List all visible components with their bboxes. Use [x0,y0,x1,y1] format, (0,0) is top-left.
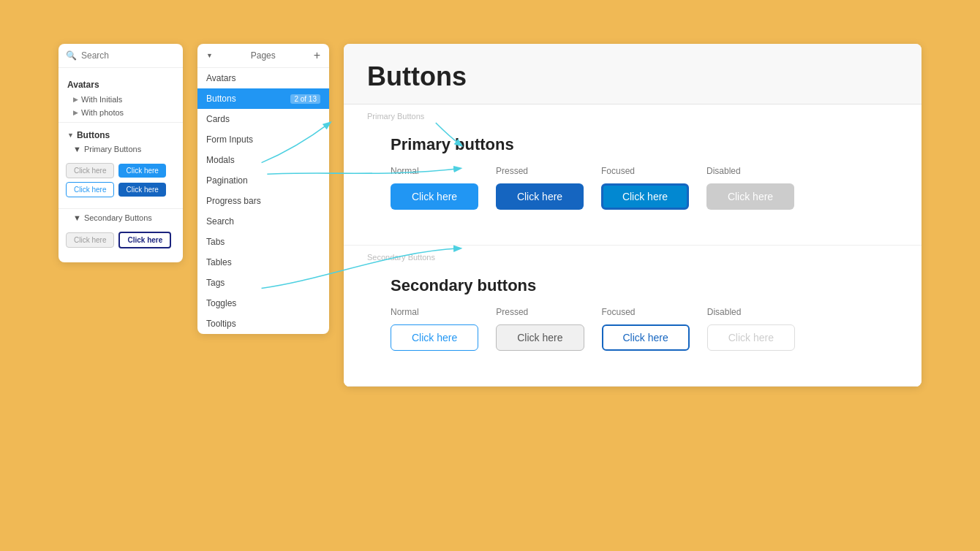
state-label: Disabled [707,307,795,317]
page-item-tags[interactable]: Tags [197,273,329,293]
state-label: Focused [602,307,690,317]
secondary-buttons-section: Secondary buttons NormalClick herePresse… [344,262,921,387]
add-page-button[interactable]: + [314,50,320,61]
page-title: Buttons [367,61,898,92]
primary-btn-preview: Click here Click here Click here Click h… [59,155,183,205]
primary-state-pressed: PressedClick here [496,166,584,210]
preview-secondary-dark-btn[interactable]: Click here [118,232,171,248]
primary-btn-row-1: Click here Click here [66,163,176,178]
right-panel-header: Buttons [344,44,921,104]
nav-section-avatars: Avatars [59,77,183,93]
pages-header: ▼ Pages + [197,44,329,68]
search-input[interactable] [81,50,183,61]
primary-btn-row-2: Click here Click here [66,182,176,197]
primary-state-disabled: DisabledClick here [706,166,794,210]
state-label: Pressed [496,307,584,317]
middle-panel: ▼ Pages + AvatarsButtons2 of 13CardsForm… [197,44,329,334]
state-label: Pressed [496,166,584,176]
page-item-form-inputs[interactable]: Form Inputs [197,129,329,150]
right-panel-body: Primary Buttons Primary buttons NormalCl… [344,104,921,387]
secondary-section-breadcrumb: Secondary Buttons [344,246,921,262]
secondary-normal-button[interactable]: Click here [391,324,478,351]
search-bar: 🔍 ☰ [59,44,183,68]
preview-secondary-btn-1[interactable]: Click here [66,182,114,197]
secondary-btn-states-row: NormalClick herePressedClick hereFocused… [391,307,875,351]
main-container: 🔍 ☰ Avatars ▶ With Initials ▶ With photo… [0,0,980,430]
primary-section-title: Primary buttons [391,135,875,154]
preview-ghost-btn[interactable]: Click here [66,163,114,178]
primary-buttons-section: Primary buttons NormalClick herePressedC… [344,121,921,246]
chevron-icon: ▼ [73,145,81,153]
nav-sub-secondary-buttons[interactable]: ▼ Secondary Buttons [59,212,183,224]
nav-sub-primary-buttons[interactable]: ▼ Primary Buttons [59,143,183,155]
preview-primary-dark-btn[interactable]: Click here [118,183,165,197]
primary-pressed-button[interactable]: Click here [496,183,584,210]
primary-section-content: Primary buttons NormalClick herePressedC… [367,135,898,227]
primary-btn-states-row: NormalClick herePressedClick hereFocused… [391,166,875,210]
page-item-search[interactable]: Search [197,211,329,232]
preview-primary-btn[interactable]: Click here [118,164,165,178]
secondary-btn-preview: Click here Click here [59,224,183,256]
secondary-focused-button[interactable]: Click here [602,324,690,351]
search-icon: 🔍 [66,50,77,61]
page-item-tabs[interactable]: Tabs [197,232,329,252]
primary-focused-button[interactable]: Click here [601,183,689,210]
page-item-toggles[interactable]: Toggles [197,293,329,314]
chevron-icon: ▶ [73,109,78,116]
secondary-section-content: Secondary buttons NormalClick herePresse… [367,276,898,368]
page-item-tooltips[interactable]: Tooltips [197,314,329,334]
page-item-avatars[interactable]: Avatars [197,68,329,88]
primary-section-breadcrumb: Primary Buttons [344,104,921,121]
chevron-icon: ▼ [67,132,74,139]
state-label: Normal [391,307,478,317]
divider-2 [59,208,183,209]
secondary-state-normal: NormalClick here [391,307,478,351]
right-panel: Buttons Primary Buttons Primary buttons … [344,44,921,387]
page-item-pagination[interactable]: Pagination [197,170,329,191]
left-panel-nav: Avatars ▶ With Initials ▶ With photos ▼ … [59,68,183,262]
nav-item-with-initials[interactable]: ▶ With Initials [59,93,183,106]
secondary-state-focused: FocusedClick here [602,307,690,351]
preview-ghost-btn-2[interactable]: Click here [66,232,114,248]
nav-section-buttons[interactable]: ▼ Buttons [59,127,183,143]
secondary-btn-row-1: Click here Click here [66,232,176,248]
secondary-disabled-button: Click here [707,324,795,351]
page-item-cards[interactable]: Cards [197,109,329,129]
state-label: Disabled [706,166,794,176]
page-item-progress-bars[interactable]: Progress bars [197,191,329,211]
page-item-tables[interactable]: Tables [197,252,329,273]
page-item-buttons[interactable]: Buttons2 of 13 [197,88,329,109]
nav-item-with-photos[interactable]: ▶ With photos [59,106,183,119]
secondary-state-disabled: DisabledClick here [707,307,795,351]
primary-state-focused: FocusedClick here [601,166,689,210]
secondary-pressed-button[interactable]: Click here [496,324,584,351]
state-label: Normal [391,166,478,176]
divider [59,122,183,123]
primary-disabled-button: Click here [706,183,794,210]
left-panel: 🔍 ☰ Avatars ▶ With Initials ▶ With photo… [59,44,183,262]
chevron-icon: ▶ [73,96,78,103]
state-label: Focused [601,166,689,176]
chevron-icon: ▼ [73,213,81,222]
secondary-state-pressed: PressedClick here [496,307,584,351]
primary-state-normal: NormalClick here [391,166,478,210]
pages-title: Pages [251,50,276,61]
page-item-modals[interactable]: Modals [197,150,329,170]
triangle-icon: ▼ [206,52,213,59]
pages-list: AvatarsButtons2 of 13CardsForm InputsMod… [197,68,329,334]
secondary-section-title: Secondary buttons [391,276,875,295]
primary-normal-button[interactable]: Click here [391,183,478,210]
